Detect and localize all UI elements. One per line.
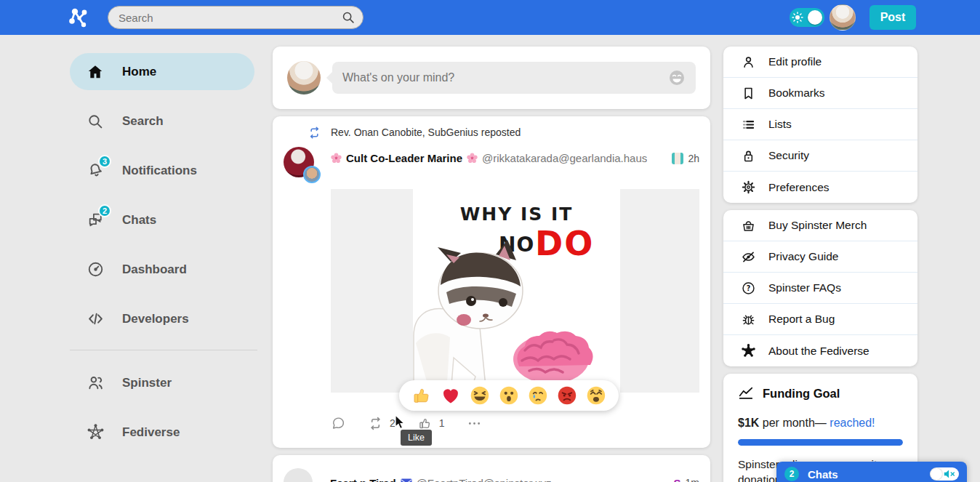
heart-reaction-icon[interactable] xyxy=(440,385,460,406)
menu-item-edit-profile[interactable]: Edit profile xyxy=(723,47,917,78)
instance-favicon xyxy=(672,153,683,164)
post-header: Cult Co-Leader Marine @rikkatakarada@gea… xyxy=(284,147,699,183)
thumbs-up-reaction-icon[interactable] xyxy=(411,385,431,406)
funding-reached-link[interactable]: reached! xyxy=(830,417,875,429)
eye-slash-icon xyxy=(741,249,756,265)
repost-note-text[interactable]: Rev. Onan Canobite, SubGenius reposted xyxy=(331,126,521,138)
post-button[interactable]: Post xyxy=(869,5,916,30)
search-icon[interactable] xyxy=(341,10,356,25)
author-name[interactable]: Cult Co-Leader Marine xyxy=(346,152,462,164)
author-handle[interactable]: @FeartnTired@spinster.xyz xyxy=(417,477,552,482)
author-handle[interactable]: @rikkatakarada@gearlandia.haus xyxy=(482,152,647,164)
sidebar-item-label: Home xyxy=(122,65,156,79)
menu-item-preferences[interactable]: Preferences xyxy=(723,172,917,203)
sidebar-item-label: Chats xyxy=(122,213,156,228)
post-timestamp[interactable]: 2h xyxy=(688,153,699,164)
svg-text:?: ? xyxy=(747,284,751,292)
more-button[interactable] xyxy=(467,416,482,431)
post-media[interactable]: WHY IS IT NO DO xyxy=(331,189,699,393)
chats-sound-toggle-knob xyxy=(931,468,942,480)
instance-badge: S xyxy=(674,477,681,482)
compose-input[interactable]: What's on your mind? xyxy=(332,62,696,94)
sidebar-item-developers[interactable]: Developers xyxy=(70,300,254,337)
menu-item-report-bug[interactable]: Report a Bug xyxy=(723,304,917,335)
menu-item-label: Edit profile xyxy=(768,55,822,68)
user-avatar[interactable] xyxy=(287,61,321,95)
comment-icon xyxy=(331,416,346,431)
spinster-logo-icon[interactable] xyxy=(67,6,90,29)
post-card: Feart n Tired @FeartnTired@spinster.xyz … xyxy=(273,455,710,482)
sidebar-divider xyxy=(70,350,257,350)
notifications-badge: 3 xyxy=(98,155,111,168)
reposter-avatar[interactable] xyxy=(303,166,321,183)
person-icon xyxy=(741,55,756,70)
menu-item-faqs[interactable]: ? Spinster FAQs xyxy=(723,273,917,304)
menu-item-security[interactable]: Security xyxy=(723,140,917,172)
repost-note: Rev. Onan Canobite, SubGenius reposted xyxy=(284,125,699,140)
funding-progress-bar xyxy=(738,439,903,446)
sidebar-item-spinster[interactable]: Spinster xyxy=(70,364,254,401)
bug-icon xyxy=(741,312,756,327)
chats-sound-toggle[interactable] xyxy=(930,467,959,481)
sidebar-item-chats[interactable]: 2 Chats xyxy=(70,201,254,238)
sidebar-item-search[interactable]: Search xyxy=(70,103,254,140)
speaker-muted-icon xyxy=(943,468,956,480)
post-meta: Cult Co-Leader Marine @rikkatakarada@gea… xyxy=(331,147,699,164)
theme-toggle-knob[interactable] xyxy=(808,10,822,25)
sidebar-item-dashboard[interactable]: Dashboard xyxy=(70,251,254,288)
left-sidebar: Home Search 3 Notifications 2 Chats xyxy=(70,53,254,463)
chats-icon: 2 xyxy=(86,211,105,230)
basket-icon xyxy=(741,218,756,233)
funding-goal-title: Funding Goal xyxy=(763,387,840,401)
weary-reaction-icon[interactable] xyxy=(585,385,606,406)
author-name[interactable]: Feart n Tired xyxy=(330,477,396,482)
like-button[interactable]: 1 xyxy=(417,416,445,431)
sidebar-item-fediverse[interactable]: Fediverse xyxy=(70,414,254,451)
reply-button[interactable] xyxy=(331,416,346,431)
like-count: 1 xyxy=(439,417,445,429)
author-avatar[interactable] xyxy=(284,468,313,482)
theme-toggle[interactable] xyxy=(790,8,824,27)
dashboard-icon xyxy=(86,260,105,279)
code-icon xyxy=(86,310,105,329)
meme-image[interactable]: WHY IS IT NO DO xyxy=(413,189,620,393)
sidebar-item-label: Notifications xyxy=(122,164,197,178)
sidebar-item-home[interactable]: Home xyxy=(70,53,254,90)
sidebar-item-label: Dashboard xyxy=(122,262,187,277)
cherry-blossom-emoji-icon xyxy=(467,153,478,164)
laughing-reaction-icon[interactable] xyxy=(469,385,489,406)
search-input[interactable] xyxy=(119,12,341,24)
menu-item-bookmarks[interactable]: Bookmarks xyxy=(723,78,917,109)
list-icon xyxy=(741,117,756,132)
like-tooltip: Like xyxy=(401,430,432,446)
angry-reaction-icon[interactable] xyxy=(556,385,577,406)
surprised-reaction-icon[interactable] xyxy=(498,385,518,406)
menu-item-merch[interactable]: Buy Spinster Merch xyxy=(723,210,917,241)
menu-item-label: Bookmarks xyxy=(768,87,825,100)
menu-item-lists[interactable]: Lists xyxy=(723,109,917,140)
gear-icon xyxy=(741,180,756,195)
avatar-stack xyxy=(284,147,331,183)
like-thumb-icon xyxy=(417,416,433,431)
fediverse-star-icon xyxy=(741,343,756,358)
repost-button[interactable]: 2 xyxy=(368,416,395,431)
user-avatar[interactable] xyxy=(830,4,856,31)
bookmark-icon xyxy=(741,86,756,101)
profile-menu-card: Edit profile Bookmarks Lists Security xyxy=(723,47,917,203)
menu-item-about-fediverse[interactable]: About the Fediverse xyxy=(723,335,917,366)
sidebar-item-notifications[interactable]: 3 Notifications xyxy=(70,152,254,189)
fediverse-icon xyxy=(86,423,105,442)
post-timestamp[interactable]: 1m xyxy=(686,477,699,482)
repost-icon xyxy=(308,126,321,140)
lock-icon xyxy=(741,148,756,164)
sidebar-item-label: Search xyxy=(122,114,164,129)
laughing-emoji-icon[interactable] xyxy=(668,69,686,87)
menu-item-label: Buy Spinster Merch xyxy=(768,219,867,232)
crying-reaction-icon[interactable] xyxy=(527,385,547,406)
post-actions: 2 1 Like xyxy=(331,414,699,432)
chart-trend-icon xyxy=(738,385,754,401)
chats-dock[interactable]: 2 Chats xyxy=(776,462,967,482)
mouse-cursor xyxy=(395,414,408,430)
sidebar-item-label: Developers xyxy=(122,312,189,326)
menu-item-privacy-guide[interactable]: Privacy Guide xyxy=(723,241,917,273)
